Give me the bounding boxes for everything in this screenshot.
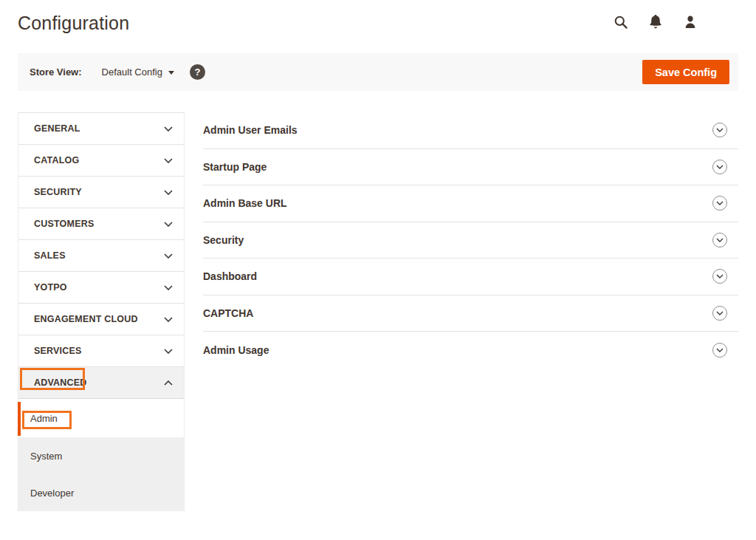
page-actions-toolbar: Store View: Default Config ? Save Config	[18, 53, 738, 91]
search-icon[interactable]	[614, 15, 628, 29]
sidebar-item-advanced[interactable]: ADVANCED	[18, 367, 184, 399]
sidebar-item-catalog[interactable]: CATALOG	[18, 145, 184, 177]
configuration-page: Configuration Store View: Default Config…	[0, 0, 756, 540]
chevron-down-icon	[164, 190, 173, 195]
expand-section-button[interactable]	[712, 269, 727, 284]
sidebar-item-customers[interactable]: CUSTOMERS	[18, 208, 184, 240]
expand-section-button[interactable]	[712, 233, 727, 247]
config-sections: Admin User Emails Startup Page Admin Bas…	[203, 112, 738, 369]
chevron-down-icon	[164, 285, 173, 290]
section-captcha: CAPTCHA	[203, 295, 738, 332]
sidebar-item-label: ADVANCED	[34, 377, 87, 388]
caret-down-icon	[168, 71, 174, 75]
store-view-switcher[interactable]: Default Config	[102, 66, 174, 78]
expand-section-button[interactable]	[712, 123, 727, 137]
chevron-down-icon	[164, 349, 173, 354]
sidebar-item-label: SERVICES	[34, 346, 82, 356]
advanced-submenu: Admin System Developer	[18, 399, 184, 511]
sidebar-item-label: CATALOG	[34, 155, 79, 165]
section-security: Security	[203, 222, 738, 259]
section-title: Admin Usage	[203, 344, 269, 356]
sidebar-item-general[interactable]: GENERAL	[18, 113, 184, 145]
expand-section-button[interactable]	[712, 306, 727, 321]
chevron-down-icon	[164, 317, 173, 322]
chevron-down-icon	[164, 222, 173, 227]
sidebar-item-yotpo[interactable]: YOTPO	[18, 272, 184, 304]
sidebar-item-services[interactable]: SERVICES	[18, 335, 184, 367]
section-admin-user-emails: Admin User Emails	[203, 112, 738, 149]
section-title: Security	[203, 234, 244, 246]
section-startup-page: Startup Page	[203, 149, 738, 186]
section-admin-base-url: Admin Base URL	[203, 185, 738, 222]
help-icon[interactable]: ?	[190, 64, 205, 80]
chevron-up-icon	[164, 380, 173, 386]
section-title: Admin Base URL	[203, 197, 287, 209]
expand-section-button[interactable]	[712, 196, 727, 211]
sidebar-item-label: SALES	[34, 250, 66, 261]
save-config-button[interactable]: Save Config	[642, 60, 729, 84]
sidebar-item-security[interactable]: SECURITY	[18, 177, 184, 208]
sidebar-subitem-admin[interactable]: Admin	[18, 399, 184, 437]
sidebar-item-engagement-cloud[interactable]: ENGAGEMENT CLOUD	[18, 304, 184, 335]
store-view-label: Store View:	[30, 66, 82, 78]
sidebar-subitem-system[interactable]: System	[18, 437, 184, 474]
expand-section-button[interactable]	[712, 343, 727, 358]
sidebar-subitem-developer[interactable]: Developer	[18, 474, 184, 511]
chevron-down-icon	[164, 253, 173, 259]
expand-section-button[interactable]	[712, 160, 727, 174]
sidebar-item-label: CUSTOMERS	[34, 219, 94, 229]
section-title: Dashboard	[203, 270, 257, 282]
sidebar-item-label: ENGAGEMENT CLOUD	[34, 314, 138, 324]
page-title: Configuration	[18, 13, 129, 34]
store-view-value: Default Config	[102, 66, 162, 78]
section-title: Startup Page	[203, 161, 267, 173]
user-icon[interactable]	[684, 15, 697, 29]
section-admin-usage: Admin Usage	[203, 332, 738, 369]
sidebar-item-label: SECURITY	[34, 187, 82, 197]
sidebar-item-label: YOTPO	[34, 282, 67, 293]
bell-icon[interactable]	[649, 15, 662, 29]
chevron-down-icon	[164, 158, 173, 163]
config-nav-sidebar: GENERAL CATALOG SECURITY CUSTOMERS SALES…	[18, 112, 185, 511]
section-title: CAPTCHA	[203, 307, 253, 319]
sidebar-item-sales[interactable]: SALES	[18, 240, 184, 272]
chevron-down-icon	[164, 126, 173, 131]
header-actions	[614, 15, 697, 29]
sidebar-item-label: GENERAL	[34, 123, 80, 134]
section-dashboard: Dashboard	[203, 259, 738, 295]
section-title: Admin User Emails	[203, 124, 298, 136]
